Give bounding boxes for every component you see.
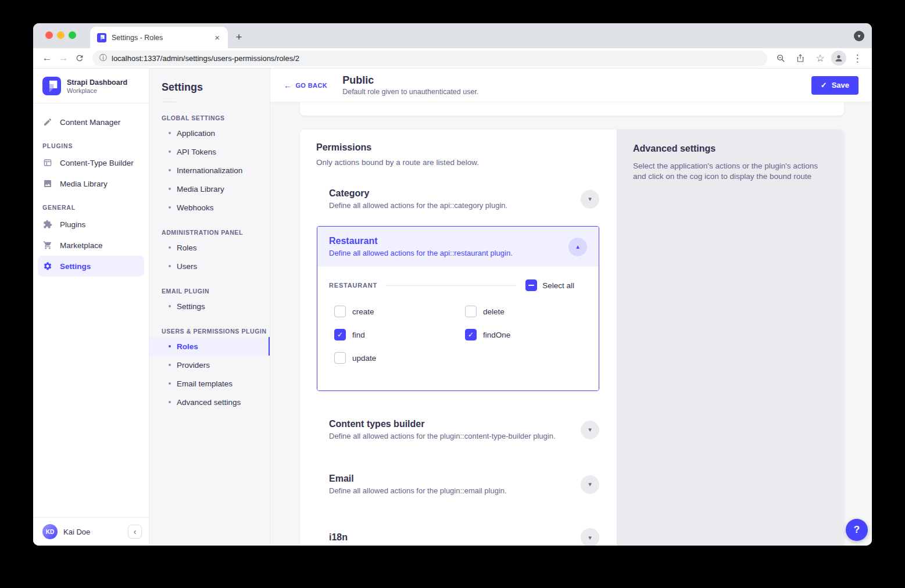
zoom-window-button[interactable] (69, 31, 76, 39)
accordion-restaurant: Restaurant Define all allowed actions fo… (317, 226, 599, 391)
update-checkbox[interactable] (334, 352, 346, 364)
minimize-window-button[interactable] (57, 31, 65, 39)
expand-category-button[interactable]: ▾ (581, 190, 599, 209)
action-delete[interactable]: delete (465, 306, 587, 317)
accordion-i18n[interactable]: i18n ▾ (316, 528, 617, 546)
bookmark-star-icon[interactable]: ☆ (811, 50, 829, 66)
accordion-title: i18n (329, 532, 574, 543)
user-avatar[interactable]: KD (42, 524, 58, 539)
action-label: findOne (483, 331, 510, 339)
chevron-down-icon: ▾ (588, 481, 592, 488)
action-label: delete (483, 307, 505, 316)
strapi-app: Strapi Dashboard Workplace Content Manag… (33, 69, 872, 546)
create-checkbox[interactable] (334, 306, 346, 317)
subnav-item-providers[interactable]: Providers (149, 356, 270, 374)
accordion-desc: Define all allowed actions for the plugi… (329, 486, 574, 495)
sidebar-item-label: Media Library (60, 180, 108, 188)
main-content: ← GO BACK Public Default role given to u… (270, 69, 872, 546)
bullet-icon (169, 364, 171, 366)
close-window-button[interactable] (45, 31, 53, 39)
action-findone[interactable]: ✓ findOne (465, 329, 587, 340)
new-tab-button[interactable]: + (231, 30, 246, 45)
subnav-item-label: Email templates (177, 379, 232, 388)
action-create[interactable]: create (334, 306, 465, 317)
sidebar-item-label: Plugins (60, 220, 85, 229)
strapi-favicon (97, 33, 106, 42)
subnav-item-media-library[interactable]: Media Library (149, 180, 270, 198)
select-all-control[interactable]: Select all (525, 279, 574, 291)
subnav-item-admin-users[interactable]: Users (149, 257, 270, 275)
back-button[interactable]: ← (39, 50, 55, 66)
subnav-item-internationalization[interactable]: Internationalization (149, 161, 270, 180)
subnav-item-label: Webhooks (177, 203, 214, 212)
browser-window: Settings - Roles × + ▾ ← → ⓘ localhost:1… (33, 23, 872, 546)
chevron-down-icon: ▾ (588, 426, 592, 433)
sidebar-item-plugins[interactable]: Plugins (38, 214, 144, 235)
action-find[interactable]: ✓ find (334, 329, 465, 340)
subnav-item-advanced-settings[interactable]: Advanced settings (149, 393, 270, 411)
expand-email-button[interactable]: ▾ (581, 475, 599, 494)
page-subtitle: Default role given to unauthenticated us… (342, 88, 478, 96)
subnav-item-label: Providers (177, 361, 210, 370)
sidebar-item-label: Settings (60, 262, 91, 271)
browser-tab[interactable]: Settings - Roles × (90, 27, 228, 48)
subnav-item-label: Roles (177, 243, 197, 252)
accordion-title: Email (329, 474, 574, 484)
help-button[interactable]: ? (846, 519, 868, 541)
reload-button[interactable] (71, 50, 88, 66)
bullet-icon (169, 188, 171, 190)
bullet-icon (169, 265, 171, 267)
go-back-link[interactable]: ← GO BACK (284, 81, 327, 90)
sidebar-item-content-type-builder[interactable]: Content-Type Builder (38, 152, 144, 173)
subnav-item-application[interactable]: Application (149, 124, 270, 142)
browser-menu-icon[interactable]: ⋮ (849, 50, 866, 66)
sidebar-item-media-library[interactable]: Media Library (38, 173, 144, 194)
findone-checkbox[interactable]: ✓ (465, 329, 477, 340)
delete-checkbox[interactable] (465, 306, 477, 317)
permissions-title: Permissions (316, 142, 617, 153)
tab-close-icon[interactable]: × (212, 33, 222, 42)
go-back-label: GO BACK (295, 82, 327, 89)
select-all-checkbox[interactable] (525, 279, 537, 291)
sidebar-item-content-manager[interactable]: Content Manager (38, 112, 144, 132)
site-info-icon[interactable]: ⓘ (99, 53, 107, 63)
subnav-item-admin-roles[interactable]: Roles (149, 238, 270, 257)
permissions-subtitle: Only actions bound by a route are listed… (316, 158, 617, 167)
accordion-email[interactable]: Email Define all allowed actions for the… (316, 474, 617, 495)
tab-search-button[interactable]: ▾ (854, 31, 864, 41)
action-update[interactable]: update (334, 352, 465, 364)
save-button[interactable]: ✓ Save (811, 76, 859, 95)
main-sidebar: Strapi Dashboard Workplace Content Manag… (33, 69, 149, 546)
share-icon[interactable] (792, 50, 809, 66)
puzzle-icon (42, 219, 53, 230)
subnav-item-email-templates[interactable]: Email templates (149, 374, 270, 393)
subnav-group-email-plugin: EMAIL PLUGIN (162, 288, 270, 295)
chevron-down-icon: ▾ (588, 195, 592, 203)
browser-profile-avatar[interactable] (831, 51, 846, 66)
check-icon: ✓ (337, 331, 343, 339)
sidebar-item-settings[interactable]: Settings (38, 256, 144, 277)
sidebar-item-marketplace[interactable]: Marketplace (38, 235, 144, 256)
accordion-desc: Define all allowed actions for the plugi… (329, 432, 574, 440)
accordion-content-types-builder[interactable]: Content types builder Define all allowed… (316, 419, 617, 440)
subnav-item-up-roles[interactable]: Roles (149, 337, 270, 356)
accordion-category[interactable]: Category Define all allowed actions for … (316, 188, 617, 210)
subnav-item-api-tokens[interactable]: API Tokens (149, 142, 270, 161)
check-icon: ✓ (468, 331, 474, 339)
zoom-out-icon[interactable] (772, 50, 789, 66)
expand-i18n-button[interactable]: ▾ (581, 528, 599, 546)
address-bar[interactable]: ⓘ localhost:1337/admin/settings/users-pe… (92, 51, 767, 66)
accordion-restaurant-header[interactable]: Restaurant Define all allowed actions fo… (317, 227, 599, 267)
accordion-title: Content types builder (329, 419, 574, 429)
subnav-group-global-settings: GLOBAL SETTINGS (162, 114, 270, 121)
settings-subnav: Settings GLOBAL SETTINGS Application API… (149, 69, 270, 546)
expand-ctb-button[interactable]: ▾ (581, 421, 599, 439)
save-label: Save (832, 81, 849, 89)
subnav-item-email-settings[interactable]: Settings (149, 297, 270, 315)
collapse-restaurant-button[interactable]: ▴ (568, 238, 587, 256)
find-checkbox[interactable]: ✓ (334, 329, 346, 340)
collapse-sidebar-button[interactable]: ‹ (128, 525, 142, 539)
workspace-brand[interactable]: Strapi Dashboard Workplace (33, 69, 149, 103)
subnav-item-webhooks[interactable]: Webhooks (149, 198, 270, 217)
action-label: create (352, 307, 374, 316)
